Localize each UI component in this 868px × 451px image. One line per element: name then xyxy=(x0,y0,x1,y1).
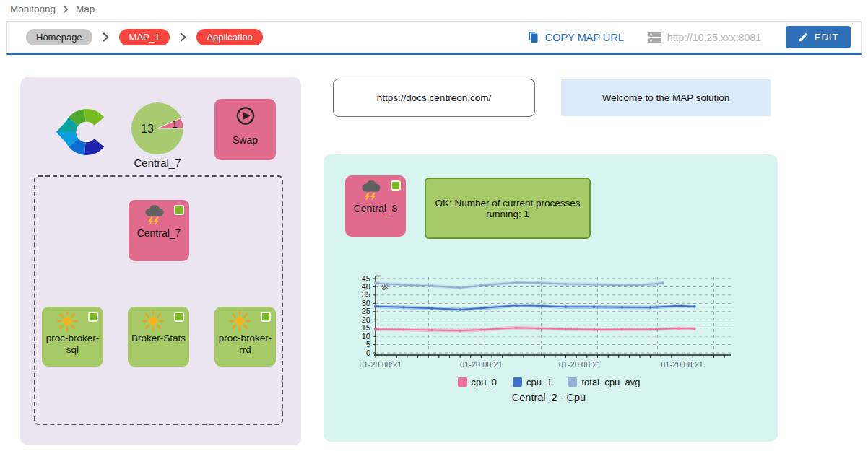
node-swap[interactable]: Swap xyxy=(214,99,276,160)
svg-text:35: 35 xyxy=(362,290,370,299)
svg-text:01-20 08:21: 01-20 08:21 xyxy=(559,360,602,369)
status-message-text: OK: Number of current processes running:… xyxy=(435,198,581,219)
map-breadcrumb-application[interactable]: Application xyxy=(196,29,263,45)
node-central8[interactable]: Central_8 xyxy=(345,175,406,237)
play-icon xyxy=(235,106,255,126)
status-badge xyxy=(261,312,271,322)
node-proc-broker-sql[interactable]: proc-broker-sql xyxy=(42,307,103,367)
status-badge xyxy=(391,180,401,191)
svg-text:40: 40 xyxy=(362,282,370,291)
node-label: Central_7 xyxy=(129,227,189,239)
svg-text:15: 15 xyxy=(362,323,370,332)
svg-text:30: 30 xyxy=(362,299,370,307)
pencil-icon xyxy=(798,32,808,43)
edit-button[interactable]: EDIT xyxy=(786,26,851,48)
edit-button-label: EDIT xyxy=(815,32,838,43)
welcome-text-box: Welcome to the MAP solution xyxy=(561,79,771,116)
svg-text:25: 25 xyxy=(362,307,370,315)
map-breadcrumb: Homepage MAP_1 Application xyxy=(26,29,263,45)
server-url-text: http://10.25.xxx:8081 xyxy=(667,32,761,43)
svg-text:01-20 08:21: 01-20 08:21 xyxy=(460,360,503,369)
copy-map-url-button[interactable]: COPY MAP URL xyxy=(527,31,624,43)
storm-icon xyxy=(359,179,383,201)
breadcrumb: Monitoring Map xyxy=(10,4,95,14)
pie-widget-label: Central_7 xyxy=(111,157,204,169)
status-badge xyxy=(174,312,184,322)
node-label: proc-broker-rrd xyxy=(214,333,276,356)
status-badge xyxy=(174,205,184,215)
legend-item: total_cpu_avg xyxy=(568,377,640,387)
breadcrumb-map[interactable]: Map xyxy=(76,4,95,14)
node-central7[interactable]: Central_7 xyxy=(129,200,189,261)
map-group-right: Central_8 OK: Number of current processe… xyxy=(324,154,778,442)
svg-text:5: 5 xyxy=(366,340,370,349)
docs-link-text: https://docs.centreon.com/ xyxy=(377,92,491,103)
copy-map-url-label: COPY MAP URL xyxy=(545,32,624,43)
node-broker-stats[interactable]: Broker-Stats xyxy=(128,307,189,367)
storm-icon xyxy=(142,203,167,226)
sun-icon xyxy=(142,310,164,332)
map-toolbar: Homepage MAP_1 Application COPY MAP URL … xyxy=(6,21,862,55)
sun-icon xyxy=(229,310,251,332)
pie-ok-count: 13 xyxy=(141,123,154,135)
chevron-right-icon xyxy=(63,5,69,14)
legend-item: cpu_1 xyxy=(513,377,552,387)
chart-legend: cpu_0cpu_1total_cpu_avg xyxy=(354,377,744,387)
cpu-chart: 05101520253035404501-20 08:2101-20 08:21… xyxy=(354,274,744,375)
breadcrumb-monitoring[interactable]: Monitoring xyxy=(10,4,56,14)
svg-text:45: 45 xyxy=(362,274,370,283)
node-label: Central_8 xyxy=(345,203,406,214)
map-group-left: 13 1 Central_7 Swap Central_7 xyxy=(20,77,301,445)
docs-link-box[interactable]: https://docs.centreon.com/ xyxy=(333,79,535,117)
copy-icon xyxy=(527,31,539,43)
status-badge xyxy=(88,312,98,322)
map-breadcrumb-homepage[interactable]: Homepage xyxy=(26,29,92,45)
pie-critical-count: 1 xyxy=(172,118,178,130)
server-url: http://10.25.xxx:8081 xyxy=(648,32,761,43)
chart-title: Central_2 - Cpu xyxy=(354,392,744,403)
svg-text:20: 20 xyxy=(362,315,370,324)
node-label: Broker-Stats xyxy=(128,333,189,344)
node-proc-broker-rrd[interactable]: proc-broker-rrd xyxy=(214,307,276,367)
chevron-right-icon xyxy=(103,32,109,42)
centreon-map-page: Monitoring Map Homepage MAP_1 Applicatio… xyxy=(0,0,868,451)
pie-chart-icon: 13 1 xyxy=(130,101,185,156)
svg-text:01-20 08:21: 01-20 08:21 xyxy=(661,360,703,369)
status-message-box: OK: Number of current processes running:… xyxy=(425,178,591,239)
welcome-text: Welcome to the MAP solution xyxy=(602,92,730,103)
server-icon xyxy=(648,32,661,43)
node-label: proc-broker-sql xyxy=(42,333,103,356)
centreon-logo xyxy=(51,102,113,162)
chevron-right-icon xyxy=(180,32,186,42)
legend-item: cpu_0 xyxy=(458,377,497,387)
toolbar-actions: COPY MAP URL http://10.25.xxx:8081 EDIT xyxy=(527,26,851,48)
svg-text:01-20 08:21: 01-20 08:21 xyxy=(359,360,402,369)
sun-icon xyxy=(56,310,78,332)
svg-text:0: 0 xyxy=(366,349,370,357)
svg-text:10: 10 xyxy=(362,332,370,341)
node-label: Swap xyxy=(214,134,276,146)
map-breadcrumb-map1[interactable]: MAP_1 xyxy=(119,29,170,45)
